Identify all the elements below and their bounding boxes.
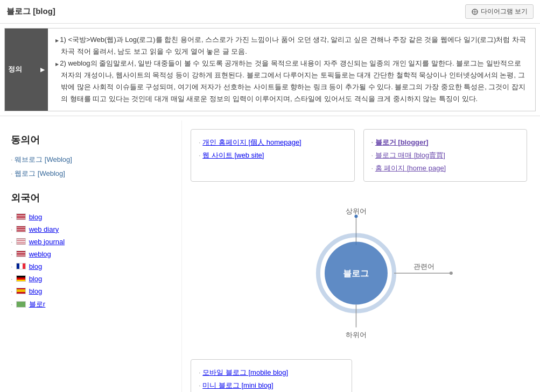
related-item-right-1[interactable]: 블로거 [blogger] <box>371 136 520 149</box>
diagram-button[interactable]: 다이어그램 보기 <box>465 4 534 19</box>
diagram-container: 상위어 블로그 하위어 관련어 <box>191 193 527 354</box>
svg-point-4 <box>354 215 357 218</box>
synonym-item-2[interactable]: 웹로그 [Weblog] <box>11 167 175 181</box>
foreign-link-8[interactable]: 블로г <box>29 300 46 309</box>
foreign-link-4[interactable]: weblog <box>29 250 51 258</box>
synonym-link-1[interactable]: 웨브로그 [Weblog] <box>15 155 72 163</box>
definition-item-1: 1) <국방>Web(웹)과 Log(로그)를 합친 용어로, 스스로가 가진 … <box>55 34 528 58</box>
related-item-left-2[interactable]: 웹 사이트 [web site] <box>199 149 347 162</box>
synonyms-title: 동의어 <box>11 133 175 146</box>
page-header: 블로그 [blog] 다이어그램 보기 <box>0 0 540 24</box>
top-label: 상위어 <box>346 207 367 215</box>
main-content: 동의어 웨브로그 [Weblog] 웹로그 [Weblog] 외국어 blog … <box>4 120 536 392</box>
flag-fr-icon <box>16 263 26 269</box>
related-boxes-top: 개인 홈페이지 [個人 homepage] 웹 사이트 [web site] 블… <box>191 129 527 182</box>
definition-box: 정의 ▶ 1) <국방>Web(웹)과 Log(로그)를 합친 용어로, 스스로… <box>4 28 536 111</box>
synonym-link-2[interactable]: 웹로그 [Weblog] <box>15 169 65 177</box>
related-box-right: 블로거 [blogger] 블로그 매매 [blog賣買] 홈 페이지 [hom… <box>363 129 528 182</box>
bottom-boxes: 모바일 블로그 [mobile blog] 미니 블로그 [mini blog] <box>191 359 527 392</box>
foreign-item-3: web journal <box>11 236 175 248</box>
foreign-item-5: blog <box>11 260 175 273</box>
related-box-left: 개인 홈페이지 [個人 homepage] 웹 사이트 [web site] <box>191 129 355 182</box>
bottom-item-2[interactable]: 미니 블로그 [mini blog] <box>199 379 344 392</box>
page-title: 블로그 [blog] <box>6 6 55 17</box>
related-item-right-2[interactable]: 블로그 매매 [blog賣買] <box>371 149 520 162</box>
center-label: 블로그 <box>343 268 369 278</box>
right-label: 관련어 <box>413 262 434 270</box>
flag-us-icon-4 <box>16 251 26 257</box>
related-item-right-3[interactable]: 홈 페이지 [home page] <box>371 162 520 175</box>
bottom-item-1[interactable]: 모바일 블로그 [mobile blog] <box>199 366 344 379</box>
diagram-svg: 상위어 블로그 하위어 관련어 <box>191 193 527 354</box>
flag-de-icon <box>16 275 26 282</box>
related-item-left-1[interactable]: 개인 홈페이지 [個人 homepage] <box>199 136 347 149</box>
flag-us-icon-2 <box>16 226 26 232</box>
foreign-item-2: web diary <box>11 223 175 236</box>
foreign-link-6[interactable]: blog <box>29 275 43 283</box>
flag-us-icon-3 <box>16 238 26 245</box>
foreign-link-2[interactable]: web diary <box>29 225 59 233</box>
foreign-link-7[interactable]: blog <box>29 287 43 295</box>
flag-es-icon <box>16 288 26 294</box>
synonym-item-1[interactable]: 웨브로그 [Weblog] <box>11 153 175 167</box>
foreign-item-1: blog <box>11 211 175 223</box>
foreign-title: 외국어 <box>11 191 175 204</box>
foreign-item-7: blog <box>11 285 175 297</box>
bottom-label: 하위어 <box>346 331 367 339</box>
foreign-item-6: blog <box>11 273 175 285</box>
definition-content: 1) <국방>Web(웹)과 Log(로그)를 합친 용어로, 스스로가 가진 … <box>48 28 535 111</box>
synonyms-list: 웨브로그 [Weblog] 웹로그 [Weblog] <box>11 153 175 181</box>
foreign-link-5[interactable]: blog <box>29 262 43 270</box>
sidebar: 동의어 웨브로그 [Weblog] 웹로그 [Weblog] 외국어 blog … <box>4 120 182 392</box>
diagram-icon <box>471 8 479 16</box>
foreign-link-3[interactable]: web journal <box>29 238 65 246</box>
chevron-right-icon: ▶ <box>40 67 45 73</box>
diagram-area: 개인 홈페이지 [個人 homepage] 웹 사이트 [web site] 블… <box>182 120 536 392</box>
foreign-item-4: weblog <box>11 248 175 260</box>
flag-other-icon <box>16 301 26 308</box>
definition-item-2: 2) weblog의 줄임말로서, 일반 대중들이 볼 수 있도록 공개하는 것… <box>55 58 528 105</box>
flag-us-icon <box>16 213 26 220</box>
bottom-box: 모바일 블로그 [mobile blog] 미니 블로그 [mini blog] <box>191 359 352 392</box>
foreign-link-1[interactable]: blog <box>29 213 43 221</box>
svg-point-9 <box>450 272 453 275</box>
definition-label: 정의 ▶ <box>5 28 48 111</box>
foreign-item-8: 블로г <box>11 297 175 311</box>
